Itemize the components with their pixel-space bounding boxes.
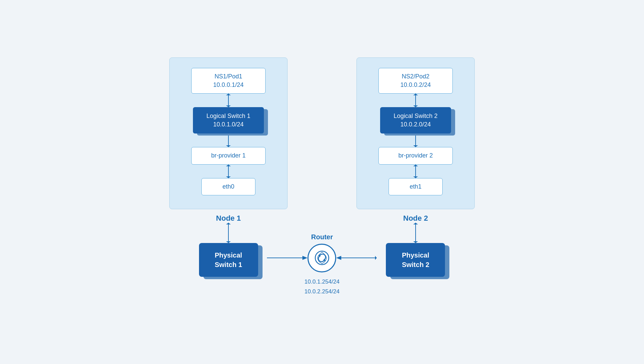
router-ips: 10.0.1.254/24 10.0.2.254/24 — [304, 277, 340, 297]
node2-bridge: br-provider 2 — [378, 147, 453, 164]
node1-eth-name: eth0 — [210, 183, 247, 191]
router-label: Router — [311, 233, 333, 241]
ps1-line2: Switch 1 — [207, 260, 250, 269]
svg-point-14 — [315, 251, 329, 265]
svg-marker-10 — [226, 223, 231, 224]
node1-eth: eth0 — [201, 178, 255, 195]
node1-bridge: br-provider 1 — [191, 147, 266, 164]
node1-logical-switch: Logical Switch 1 10.0.1.0/24 — [193, 107, 264, 134]
node1-logical-switch-wrapper: Logical Switch 1 10.0.1.0/24 — [193, 107, 264, 134]
ps2-line1: Physical — [394, 250, 437, 260]
svg-marker-7 — [226, 165, 231, 166]
node2-pod-ip: 10.0.0.2/24 — [387, 81, 444, 89]
node2-pod: NS2/Pod2 10.0.0.2/24 — [378, 68, 453, 94]
node1-pod-ip: 10.0.0.1/24 — [200, 81, 257, 89]
svg-marker-18 — [336, 256, 341, 260]
node2-eth: eth1 — [389, 178, 443, 195]
router-ip1: 10.0.1.254/24 — [304, 277, 340, 287]
arrow-pod-to-switch1 — [223, 94, 233, 107]
physical-switch2: Physical Switch 2 — [386, 243, 445, 277]
arrow-ps1-to-router — [267, 253, 307, 263]
node1-bridge-name: br-provider 1 — [200, 151, 257, 160]
node2-logical-switch: Logical Switch 2 10.0.2.0/24 — [380, 107, 451, 134]
arrow-switch1-to-bridge1 — [223, 134, 233, 147]
node1-pod-name: NS1/Pod1 — [200, 72, 257, 81]
arrow-bridge1-to-eth0 — [223, 165, 233, 178]
node1-ls-name: Logical Switch 1 — [200, 112, 257, 120]
arrow-eth1-to-ps2 — [411, 223, 421, 243]
node2-label: Node 2 — [403, 214, 428, 223]
svg-marker-21 — [413, 94, 418, 95]
arrow-bridge2-to-eth1 — [411, 165, 421, 178]
node2-ls-ip: 10.0.2.0/24 — [387, 120, 444, 129]
svg-marker-8 — [226, 176, 231, 178]
node2-pod-name: NS2/Pod2 — [387, 72, 444, 81]
ps2-line2: Switch 2 — [394, 260, 437, 269]
svg-marker-30 — [413, 223, 418, 224]
physical-switch1: Physical Switch 1 — [199, 243, 258, 277]
node2-eth-name: eth1 — [397, 183, 434, 191]
router-circle — [307, 244, 336, 272]
svg-marker-27 — [413, 165, 418, 166]
physical-switch1-wrapper: Physical Switch 1 — [199, 243, 258, 277]
node2-panel: NS2/Pod2 10.0.0.2/24 Logical Switch 2 10… — [356, 57, 475, 209]
node1-ls-ip: 10.0.1.0/24 — [200, 120, 257, 129]
svg-marker-13 — [302, 256, 307, 260]
router-icon — [314, 249, 330, 266]
svg-marker-1 — [226, 94, 231, 95]
node1-label: Node 1 — [216, 214, 241, 223]
svg-marker-28 — [413, 176, 418, 178]
router-ip2: 10.0.2.254/24 — [304, 287, 340, 297]
arrow-switch2-to-bridge2 — [411, 134, 421, 147]
node2-bridge-name: br-provider 2 — [387, 151, 444, 160]
arrow-eth0-to-ps1 — [223, 223, 233, 243]
physical-switch2-wrapper: Physical Switch 2 — [386, 243, 445, 277]
center-section: Router — [304, 57, 340, 297]
node2-logical-switch-wrapper: Logical Switch 2 10.0.2.0/24 — [380, 107, 451, 134]
ps1-line1: Physical — [207, 250, 250, 260]
node1-pod: NS1/Pod1 10.0.0.1/24 — [191, 68, 266, 94]
node2-ls-name: Logical Switch 2 — [387, 112, 444, 120]
node1-panel: NS1/Pod1 10.0.0.1/24 Logical Switch 1 10… — [169, 57, 288, 209]
arrow-pod2-to-switch2 — [411, 94, 421, 107]
